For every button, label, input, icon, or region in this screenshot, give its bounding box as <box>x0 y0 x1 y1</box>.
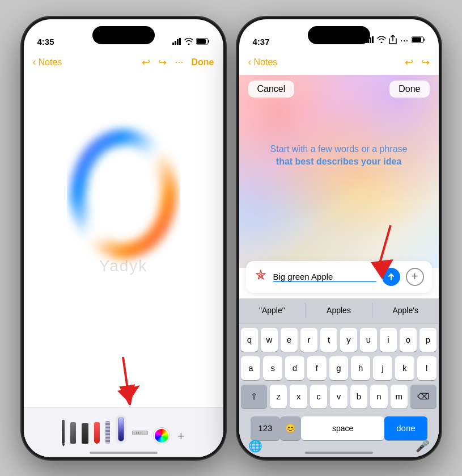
share-icon-2[interactable] <box>389 35 397 46</box>
key-n[interactable]: n <box>370 385 387 408</box>
key-b[interactable]: b <box>350 385 367 408</box>
red-pen-tool[interactable] <box>94 415 100 444</box>
more-icon-1[interactable]: ··· <box>175 56 183 68</box>
ai-icon <box>254 269 268 285</box>
svg-point-21 <box>260 275 262 277</box>
prompt-line2: that best describes your idea <box>276 157 401 166</box>
cancel-button[interactable]: Cancel <box>248 81 295 98</box>
key-t[interactable]: t <box>320 328 337 352</box>
undo-icon-1[interactable]: ↩ <box>142 56 150 69</box>
battery-icon-1 <box>196 38 210 47</box>
key-shift[interactable]: ⇧ <box>241 385 267 408</box>
key-g[interactable]: g <box>329 356 349 380</box>
key-numbers[interactable]: 123 <box>251 416 281 440</box>
gradient-pencil-tool[interactable] <box>116 415 126 444</box>
key-e[interactable]: e <box>281 328 298 352</box>
back-label-2: Notes <box>254 57 278 68</box>
key-h[interactable]: h <box>351 356 370 380</box>
redo-icon-2[interactable]: ↪ <box>421 56 430 69</box>
prompt-line1: Start with a few words or a phrase <box>270 144 408 154</box>
back-button-1[interactable]: ‹ Notes <box>33 56 62 68</box>
back-chevron-1: ‹ <box>33 56 36 68</box>
mic-icon[interactable]: 🎤 <box>416 439 430 453</box>
key-u[interactable]: u <box>360 328 377 352</box>
back-button-2[interactable]: ‹ Notes <box>248 56 278 68</box>
key-m[interactable]: m <box>391 385 408 408</box>
status-icons-1 <box>172 38 210 47</box>
key-i[interactable]: i <box>380 328 397 352</box>
svg-rect-14 <box>370 37 371 43</box>
key-w[interactable]: w <box>261 328 278 352</box>
keyboard-suggestions: "Apple" Apples Apple's <box>239 298 439 323</box>
keyboard-rows: q w e r t y u i o p a s <box>239 323 439 446</box>
brush-tool[interactable] <box>82 415 88 444</box>
color-picker[interactable] <box>154 415 169 444</box>
key-d[interactable]: d <box>285 356 304 380</box>
svg-marker-20 <box>371 259 393 279</box>
drawing-ring <box>67 120 180 268</box>
key-p[interactable]: p <box>419 328 436 352</box>
ai-input-text[interactable]: Big green Apple <box>273 272 376 282</box>
svg-rect-0 <box>172 43 174 45</box>
key-row-1: q w e r t y u i o p <box>241 328 436 352</box>
drawing-toolbar: + <box>24 407 223 457</box>
key-r[interactable]: r <box>300 328 317 352</box>
key-v[interactable]: v <box>330 385 347 408</box>
home-indicator-1 <box>90 452 158 454</box>
back-chevron-2: ‹ <box>248 56 252 68</box>
key-z[interactable]: z <box>270 385 287 408</box>
key-delete[interactable]: ⌫ <box>410 385 436 408</box>
ai-add-button[interactable]: + <box>406 268 424 286</box>
key-s[interactable]: s <box>263 356 282 380</box>
suggestion-2[interactable]: Apples <box>306 306 372 315</box>
pen-tool[interactable] <box>62 415 65 444</box>
key-q[interactable]: q <box>241 328 258 352</box>
done-button-ai[interactable]: Done <box>389 81 429 98</box>
marker-tool[interactable] <box>70 415 76 444</box>
key-y[interactable]: y <box>340 328 357 352</box>
key-c[interactable]: c <box>310 385 327 408</box>
undo-icon-2[interactable]: ↩ <box>405 56 413 69</box>
svg-marker-11 <box>117 385 140 402</box>
nav-bar-1: ‹ Notes ↩ ↪ ··· Done <box>24 50 223 75</box>
cancel-done-bar: Cancel Done <box>239 75 439 103</box>
status-time-2: 4:37 <box>253 37 270 47</box>
done-button-1[interactable]: Done <box>192 57 214 68</box>
key-done[interactable]: done <box>384 416 427 440</box>
dynamic-island-2 <box>308 26 370 44</box>
key-space[interactable]: space <box>301 416 384 440</box>
suggestion-1[interactable]: "Apple" <box>239 306 306 315</box>
key-j[interactable]: j <box>373 356 392 380</box>
bottom-bar-2: 🌐 🎤 <box>248 439 430 453</box>
svg-point-8 <box>87 214 109 242</box>
key-emoji[interactable]: 😊 <box>280 416 301 440</box>
phone-2: 4:37 ··· ‹ Notes <box>237 17 441 460</box>
key-x[interactable]: x <box>290 385 307 408</box>
back-label-1: Notes <box>39 57 62 68</box>
ruler-tool[interactable] <box>132 415 148 444</box>
dynamic-island-1 <box>92 26 155 44</box>
suggestion-3[interactable]: Apple's <box>372 306 439 315</box>
key-row-2: a s d f g h j k l <box>241 356 436 380</box>
redo-icon-1[interactable]: ↪ <box>158 56 167 69</box>
ai-content-area: Cancel Done Start with a few words or a … <box>239 75 439 457</box>
add-tool[interactable]: + <box>175 415 185 444</box>
key-o[interactable]: o <box>400 328 417 352</box>
svg-rect-1 <box>175 41 176 45</box>
key-l[interactable]: l <box>417 356 436 380</box>
phone-1: 4:35 ‹ Notes ↩ ↪ ··· <box>22 17 226 460</box>
svg-rect-15 <box>372 36 374 43</box>
arrow-annotation-1 <box>112 354 143 407</box>
drawing-canvas: Yadyk <box>24 75 223 457</box>
gradient-background <box>239 75 439 268</box>
more-icon-2[interactable]: ··· <box>400 35 408 47</box>
globe-icon[interactable]: 🌐 <box>248 439 262 453</box>
key-f[interactable]: f <box>307 356 327 380</box>
pencil-tool[interactable] <box>105 415 110 444</box>
key-k[interactable]: k <box>395 356 414 380</box>
keyboard: "Apple" Apples Apple's q w e r t y <box>239 298 439 457</box>
key-a[interactable]: a <box>241 356 260 380</box>
svg-rect-5 <box>208 40 209 43</box>
svg-rect-2 <box>177 39 179 45</box>
status-icons-2: ··· <box>365 35 425 47</box>
